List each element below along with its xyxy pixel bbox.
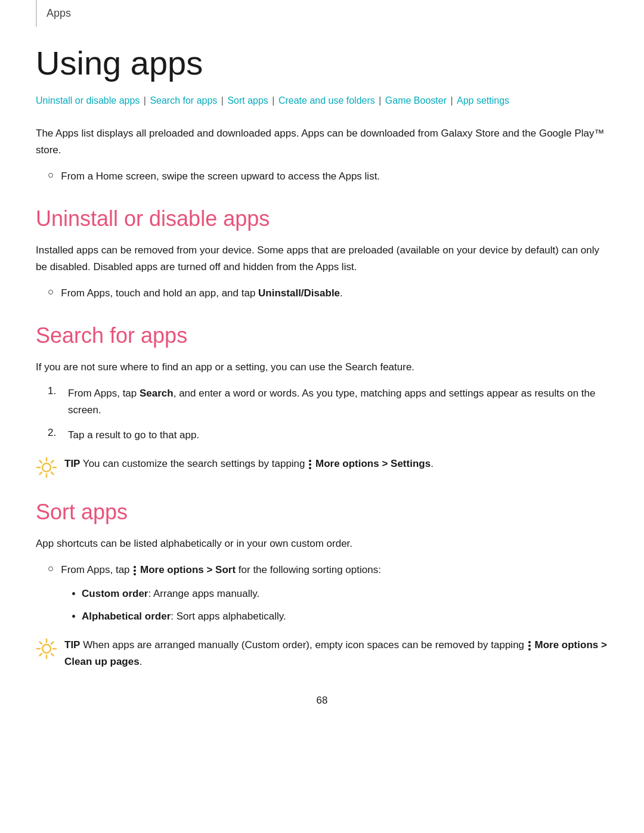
sort-sub-text-1: Custom order: Arrange apps manually. <box>82 586 259 602</box>
svg-point-9 <box>42 645 51 653</box>
tip-bold-search: TIP <box>64 458 80 469</box>
svg-line-8 <box>40 472 42 475</box>
search-step-2: 2. Tap a result to go to that app. <box>48 427 608 444</box>
dot-marker-1: • <box>72 586 76 602</box>
intro-text: The Apps list displays all preloaded and… <box>36 125 608 159</box>
custom-order-bold: Custom order <box>82 588 148 599</box>
breadcrumb: Apps <box>36 0 608 27</box>
svg-line-14 <box>40 642 42 645</box>
page-title: Using apps <box>36 45 608 82</box>
uninstall-bullet-1: ○ From Apps, touch and hold an app, and … <box>48 285 608 302</box>
sort-sub-bullet-1: • Custom order: Arrange apps manually. <box>72 586 608 602</box>
nav-sep-2: | <box>218 95 226 106</box>
section-heading-uninstall: Uninstall or disable apps <box>36 206 608 231</box>
tip-icon-sort <box>36 638 57 659</box>
svg-line-16 <box>51 642 54 645</box>
search-tip: TIP You can customize the search setting… <box>36 456 608 478</box>
nav-link-sort[interactable]: Sort apps <box>227 95 268 106</box>
step-2-text: Tap a result to go to that app. <box>68 427 199 444</box>
sort-bullet-text: From Apps, tap More options > Sort for t… <box>61 562 381 578</box>
step-1-marker: 1. <box>48 385 62 397</box>
search-body: If you are not sure where to find an app… <box>36 359 608 376</box>
svg-line-15 <box>51 654 54 656</box>
page-number: 68 <box>36 695 608 707</box>
intro-bullet-text: From a Home screen, swipe the screen upw… <box>61 168 380 185</box>
tip-icon-search <box>36 457 57 478</box>
sort-more-options: More options > Sort <box>140 564 236 575</box>
nav-link-search[interactable]: Search for apps <box>150 95 217 106</box>
circle-marker-uninstall: ○ <box>48 286 54 298</box>
step-1-text: From Apps, tap Search, and enter a word … <box>68 385 608 419</box>
nav-sep-3: | <box>270 95 277 106</box>
sort-body: App shortcuts can be listed alphabetical… <box>36 535 608 552</box>
nav-link-appsettings[interactable]: App settings <box>457 95 509 106</box>
nav-sep-1: | <box>141 95 148 106</box>
dot-menu-icon-sort <box>134 565 136 576</box>
breadcrumb-label: Apps <box>47 7 71 19</box>
sort-bullet-1: ○ From Apps, tap More options > Sort for… <box>48 562 608 578</box>
search-numbered-list: 1. From Apps, tap Search, and enter a wo… <box>48 385 608 444</box>
svg-line-6 <box>51 472 54 475</box>
nav-sep-5: | <box>448 95 456 106</box>
tip-more-options-sort: More options > Clean up pages <box>64 639 607 667</box>
section-heading-search: Search for apps <box>36 323 608 348</box>
sort-sub-text-2: Alphabetical order: Sort apps alphabetic… <box>82 608 286 625</box>
sort-tip-text: TIP When apps are arranged manually (Cus… <box>64 637 608 670</box>
svg-line-7 <box>51 461 54 463</box>
nav-links: Uninstall or disable apps | Search for a… <box>36 92 608 109</box>
search-tip-text: TIP You can customize the search setting… <box>64 456 434 472</box>
svg-line-17 <box>40 654 42 656</box>
circle-bullet-marker: ○ <box>48 169 54 181</box>
nav-link-game[interactable]: Game Booster <box>385 95 447 106</box>
nav-link-folders[interactable]: Create and use folders <box>278 95 375 106</box>
sort-tip: TIP When apps are arranged manually (Cus… <box>36 637 608 670</box>
search-step-1: 1. From Apps, tap Search, and enter a wo… <box>48 385 608 419</box>
uninstall-body: Installed apps can be removed from your … <box>36 242 608 275</box>
tip-bold-sort: TIP <box>64 639 80 651</box>
intro-bullet: ○ From a Home screen, swipe the screen u… <box>48 168 608 185</box>
section-heading-sort: Sort apps <box>36 500 608 525</box>
uninstall-bold: Uninstall/Disable <box>258 287 340 299</box>
circle-marker-sort: ○ <box>48 563 54 575</box>
alpha-order-bold: Alphabetical order <box>82 611 171 622</box>
tip-more-options-search: More options > Settings <box>315 458 431 469</box>
nav-link-uninstall[interactable]: Uninstall or disable apps <box>36 95 140 106</box>
svg-line-5 <box>40 461 42 463</box>
search-bold: Search <box>140 388 174 399</box>
sort-sub-bullet-2: • Alphabetical order: Sort apps alphabet… <box>72 608 608 625</box>
step-2-marker: 2. <box>48 427 62 439</box>
dot-marker-2: • <box>72 608 76 625</box>
nav-sep-4: | <box>376 95 384 106</box>
dot-menu-icon-sort-tip <box>528 640 531 651</box>
uninstall-bullet-text: From Apps, touch and hold an app, and ta… <box>61 285 343 302</box>
svg-point-0 <box>42 463 51 472</box>
dot-menu-icon-search <box>309 459 311 470</box>
